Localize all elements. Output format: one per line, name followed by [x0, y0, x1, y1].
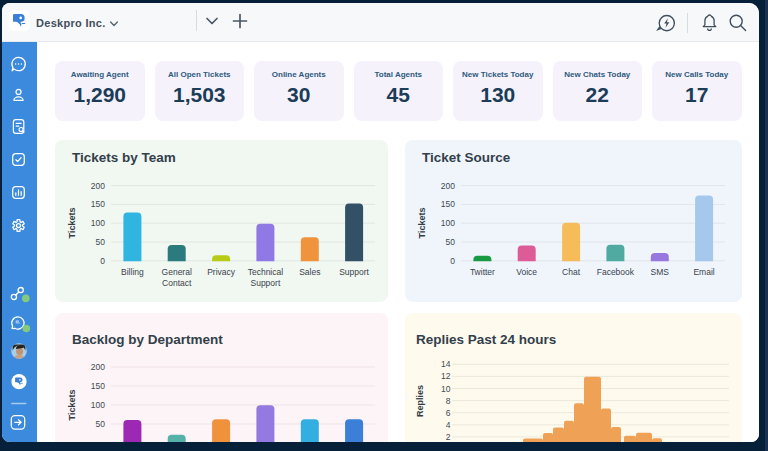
svg-text:Email: Email [693, 267, 714, 277]
svg-text:SMS: SMS [651, 267, 670, 277]
svg-text:10: 10 [441, 384, 451, 394]
svg-text:Tickets: Tickets [67, 390, 77, 421]
svg-text:200: 200 [441, 181, 455, 191]
svg-text:Tickets: Tickets [417, 208, 427, 239]
svg-text:4: 4 [446, 420, 451, 430]
svg-text:Contact: Contact [162, 278, 192, 288]
svg-text:200: 200 [91, 181, 105, 191]
svg-text:100: 100 [91, 400, 105, 410]
svg-text:50: 50 [446, 237, 456, 247]
svg-text:2: 2 [446, 432, 451, 442]
svg-text:Privacy: Privacy [207, 267, 236, 277]
svg-text:100: 100 [441, 218, 455, 228]
svg-text:12: 12 [441, 371, 451, 381]
svg-text:0: 0 [100, 256, 105, 266]
svg-text:6: 6 [446, 408, 451, 418]
svg-text:50: 50 [96, 237, 106, 247]
svg-text:Voice: Voice [516, 267, 537, 277]
svg-text:Technical: Technical [248, 267, 284, 277]
svg-text:Facebook: Facebook [597, 267, 635, 277]
svg-text:Sales: Sales [299, 267, 320, 277]
svg-text:Tickets: Tickets [67, 208, 77, 239]
svg-text:General: General [162, 267, 192, 277]
svg-text:200: 200 [91, 362, 105, 372]
svg-text:150: 150 [91, 199, 105, 209]
svg-text:Twitter: Twitter [470, 267, 495, 277]
svg-text:Replies: Replies [415, 385, 425, 417]
svg-text:14: 14 [441, 359, 451, 369]
svg-text:100: 100 [91, 218, 105, 228]
svg-text:150: 150 [91, 381, 105, 391]
svg-text:Billing: Billing [121, 267, 144, 277]
svg-text:50: 50 [96, 419, 106, 429]
svg-text:0: 0 [450, 256, 455, 266]
svg-text:Chat: Chat [562, 267, 581, 277]
svg-text:8: 8 [446, 396, 451, 406]
svg-text:Support: Support [251, 278, 281, 288]
svg-text:Support: Support [339, 267, 369, 277]
svg-text:150: 150 [441, 199, 455, 209]
